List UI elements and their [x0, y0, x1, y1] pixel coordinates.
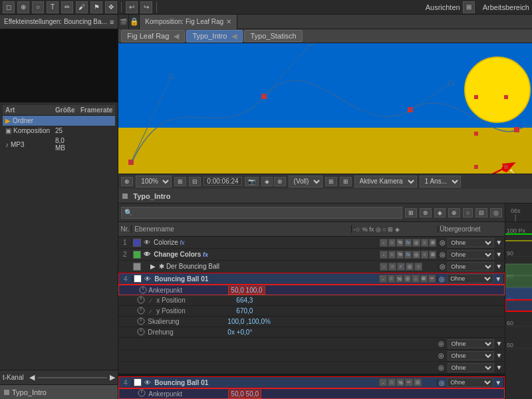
prop-row-ypos[interactable]: ⟋ y Position 670,0 [118, 306, 505, 317]
layer-4-icon-4[interactable]: ◎ [404, 275, 411, 283]
layer-2-icon-6[interactable]: ○ [421, 251, 428, 259]
layer-search-input[interactable] [121, 207, 402, 219]
empty-arrow-2[interactable]: ▼ [495, 352, 502, 359]
comp-tab-main[interactable]: Komposition: Fig Leaf Rag ✕ [140, 15, 237, 29]
tl-btn-2[interactable]: ⊛ [420, 208, 432, 217]
tl-btn-7[interactable]: ◎ [490, 208, 502, 217]
layer-bot-4-icon-5[interactable]: ◎ [414, 378, 422, 386]
quality-select[interactable]: (Voll) [289, 176, 323, 188]
tl-btn-1[interactable]: ⊞ [405, 208, 417, 217]
layer-1-eye[interactable]: 👁 [144, 239, 150, 246]
viewer-grid[interactable]: ⊞ [325, 177, 337, 186]
tool-6[interactable]: ↪ [140, 1, 152, 13]
viewer-icon-1[interactable]: ◈ [261, 177, 273, 186]
layer-1-icon-2[interactable]: ☆ [388, 239, 396, 247]
layer-4-icon-3[interactable]: % [396, 275, 403, 283]
layer-bot-parent-select[interactable]: Ohne [447, 378, 493, 387]
subtab-fig-leaf[interactable]: Fig Leaf Rag ◀ [121, 30, 185, 43]
prop-row-drehung[interactable]: Drehung 0x +0,0° [118, 327, 505, 338]
viewer-grid2[interactable]: ⊞ [340, 177, 352, 186]
layer-1-icon-7[interactable]: ⊞ [429, 239, 436, 247]
layer-1-fx-icon[interactable]: fx [404, 239, 412, 247]
project-row-selected[interactable]: ▶Ordner [3, 116, 115, 126]
empty-parent-2[interactable]: Ohne [448, 351, 494, 360]
layer-bot-4-eye[interactable]: 👁 [144, 379, 151, 386]
camera-select[interactable]: Aktive Kamera [354, 176, 417, 188]
comp-lock-icon[interactable]: 🔒 [129, 15, 140, 29]
tool-text[interactable]: T [47, 1, 59, 13]
layer-bot-4-icon-1[interactable]: - [379, 378, 387, 386]
layer-row-3[interactable]: ▶ ✱ Der Bouncing Ball - ☆ ✓ ◎ ○ [118, 261, 505, 273]
layer-bot-4-icon-3[interactable]: % [396, 378, 404, 386]
tl-btn-6[interactable]: ⊟ [475, 208, 487, 217]
layer-4-eye[interactable]: 👁 [144, 275, 151, 283]
layer-2-parent-arrow[interactable]: ▼ [495, 251, 502, 258]
layer-1-icon-6[interactable]: ○ [421, 239, 428, 247]
layer-bot-4-edit[interactable]: ✏ [405, 378, 413, 386]
subtab-typo-statisch[interactable]: Typo_Statisch [244, 30, 302, 42]
layer-row-4[interactable]: 4 👁 Bouncing Ball 01 - ☆ % ◎ [118, 273, 505, 285]
channel-slider[interactable] [37, 377, 108, 378]
layer-2-icon-5[interactable]: ◎ [412, 251, 420, 259]
viewer-icon-2[interactable]: ⊛ [274, 177, 286, 186]
layer-row-2[interactable]: 2 👁 Change Colors fx - ☆ % [118, 249, 505, 261]
prop-row-ankerpunkt[interactable]: Ankerpunkt 50,0 100,0 [118, 285, 505, 295]
layer-3-parent-arrow[interactable]: ▼ [495, 263, 502, 270]
prop-row-skalierung[interactable]: Skalierung 100,0 ,100,0% [118, 317, 505, 327]
viewer-cam-btn[interactable]: 📷 [245, 177, 259, 186]
viewer-btn-2[interactable]: ⊟ [189, 177, 201, 186]
layer-2-parent-select[interactable]: Ohne [448, 250, 494, 259]
layer-1-icon-3[interactable]: % [396, 239, 404, 247]
layer-row-bottom-4[interactable]: 4 👁 Bouncing Ball 01 - ☆ % ✏ [118, 376, 505, 388]
tool-select[interactable]: ◻ [3, 1, 15, 13]
prop-row-bottom-ankerpunkt[interactable]: Ankerpunkt 50,0 50,0 [118, 388, 505, 399]
prop-bot-value[interactable]: 50,0 50,0 [228, 390, 261, 398]
zoom-select[interactable]: 100% [136, 176, 172, 188]
layer-bot-4-icon-2[interactable]: ☆ [388, 378, 396, 386]
prop-stopwatch[interactable] [138, 285, 148, 295]
layer-4-icon-6[interactable]: ⊞ [420, 275, 428, 283]
layer-2-icon-1[interactable]: - [380, 251, 387, 259]
subtab-typo-intro[interactable]: Typo_Intro ◀ [186, 30, 243, 43]
tool-move[interactable]: ✥ [105, 1, 117, 13]
project-row-2[interactable]: ▣Komposition 25 [3, 126, 115, 136]
layer-3-icon-2[interactable]: ☆ [388, 263, 396, 271]
layer-3-check[interactable]: ✓ [397, 263, 405, 271]
layer-3-triangle[interactable]: ▶ [150, 263, 156, 270]
layer-bot-parent-arrow[interactable]: ▼ [495, 379, 501, 386]
layer-3-icon-1[interactable]: - [380, 263, 388, 271]
layer-1-parent-select[interactable]: Ohne [448, 238, 494, 247]
tool-5[interactable]: ↩ [126, 1, 138, 13]
prop-1-value[interactable]: 50,0 100,0 [228, 286, 265, 295]
layer-4-icon-5[interactable]: ○ [412, 275, 419, 283]
prop-row-xpos[interactable]: ⟋ x Position 664,3 [118, 295, 505, 306]
layer-2-fx-icon[interactable]: fx [404, 251, 412, 259]
tool-stamp[interactable]: ⚑ [90, 1, 102, 13]
viewer-btn-1[interactable]: ⊞ [174, 177, 186, 186]
layer-2-icon-7[interactable]: ⊞ [429, 251, 436, 259]
comp-tab-close[interactable]: ✕ [226, 18, 231, 25]
layer-2-icon-3[interactable]: % [396, 251, 404, 259]
layer-3-icon-5[interactable]: ○ [414, 263, 422, 271]
project-row-3[interactable]: ♪MP3 8,0 MB [3, 136, 115, 153]
empty-parent-3[interactable]: Ohne [448, 363, 494, 372]
layer-1-icon-1[interactable]: - [380, 239, 387, 247]
prop-2-value[interactable]: 664,3 [236, 297, 253, 304]
empty-arrow-3[interactable]: ▼ [495, 364, 502, 371]
layer-1-parent-arrow[interactable]: ▼ [495, 239, 502, 246]
tool-3[interactable]: ○ [32, 1, 44, 13]
layer-4-edit[interactable]: ✏ [428, 275, 436, 283]
tool-brush[interactable]: 🖌 [76, 1, 88, 13]
layer-2-icon-2[interactable]: ☆ [388, 251, 396, 259]
layer-4-parent-arrow[interactable]: ▼ [495, 275, 501, 283]
prop-4-value[interactable]: 100,0 ,100,0% [227, 318, 271, 325]
layer-4-icon-2[interactable]: ☆ [388, 275, 395, 283]
tool-2[interactable]: ⊕ [17, 1, 29, 13]
channel-arrow-right[interactable]: ▶ [110, 373, 115, 382]
layer-4-icon-1[interactable]: - [379, 275, 386, 283]
prop-3-value[interactable]: 670,0 [236, 307, 253, 315]
empty-arrow-1[interactable]: ▼ [495, 340, 502, 347]
typo-intro-tab[interactable]: Typo_Intro [0, 384, 118, 399]
align-icon[interactable]: ⊞ [463, 1, 475, 13]
channel-arrow[interactable]: ◀ [29, 373, 35, 382]
